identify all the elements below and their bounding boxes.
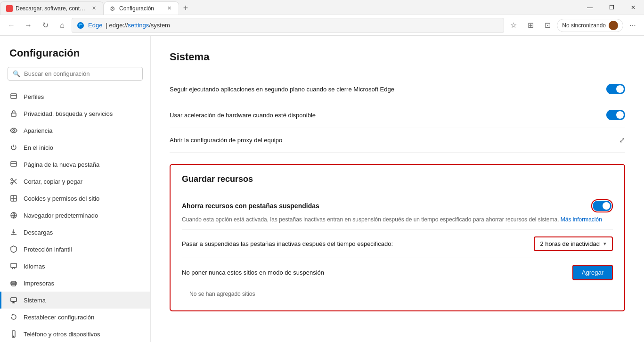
nav-actions: ☆ ⊞ ⊡ No sincronizando ··· <box>506 18 640 33</box>
svg-point-4 <box>13 130 15 131</box>
search-input[interactable] <box>24 70 138 77</box>
svg-point-0 <box>77 22 84 29</box>
privacidad-label: Privacidad, búsqueda y servicios <box>24 110 113 117</box>
globe-icon <box>9 211 18 220</box>
content-area: Sistema Seguir ejecutando aplicaciones e… <box>151 36 644 342</box>
more-info-link[interactable]: Más información <box>561 216 602 223</box>
titlebar: Descargar, software, controlado... ✕ ⚙ C… <box>0 0 644 15</box>
sistema-label: Sistema <box>24 297 46 304</box>
add-site-button[interactable]: Agregar <box>572 265 613 280</box>
sidebar-item-descargas[interactable]: Descargas <box>0 224 150 241</box>
tab2-label: Configuración <box>119 5 163 12</box>
inactive-label: Pasar a suspendidas las pestañas inactiv… <box>182 240 393 247</box>
tab-descargar[interactable]: Descargar, software, controlado... ✕ <box>0 1 104 15</box>
favorites-icon[interactable]: ☆ <box>506 18 521 33</box>
svg-point-24 <box>13 336 14 337</box>
sync-button[interactable]: No sincronizando <box>557 19 623 32</box>
maximize-button[interactable]: ❐ <box>601 0 622 15</box>
proxy-label: Abrir la configuración de proxy del equi… <box>170 137 619 144</box>
cookies-label: Cookies y permisos del sitio <box>24 195 99 202</box>
tab1-close[interactable]: ✕ <box>90 5 98 12</box>
search-box[interactable]: 🔍 <box>8 67 143 81</box>
no-suspend-row: No poner nunca estos sitios en modo de s… <box>182 258 613 287</box>
suspended-tabs-header: Ahorra recursos con pestañas suspendidas <box>182 199 613 212</box>
sidebar: Configuración 🔍 Perfiles Privacidad, bús… <box>0 36 151 342</box>
background-label: Seguir ejecutando aplicaciones en segund… <box>170 86 606 93</box>
new-tab-button[interactable]: + <box>179 1 192 15</box>
minimize-button[interactable]: — <box>579 0 601 15</box>
background-toggle[interactable] <box>606 84 625 94</box>
svg-rect-3 <box>11 113 16 116</box>
sidebar-item-inicio[interactable]: En el inicio <box>0 139 150 156</box>
hardware-toggle[interactable] <box>606 110 625 120</box>
search-icon: 🔍 <box>13 70 20 77</box>
back-button[interactable]: ← <box>4 18 19 33</box>
sidebar-item-cookies[interactable]: Cookies y permisos del sitio <box>0 190 150 207</box>
proteccion-label: Protección infantil <box>24 246 72 253</box>
no-suspend-label: No poner nunca estos sitios en modo de s… <box>182 269 324 276</box>
close-button[interactable]: ✕ <box>622 0 644 15</box>
sidebar-item-cortar[interactable]: Cortar, copiar y pegar <box>0 173 150 190</box>
suspended-tabs-toggle[interactable] <box>593 201 611 211</box>
sidebar-item-idiomas[interactable]: Idiomas <box>0 258 150 275</box>
recursos-title: Guardar recursos <box>182 174 613 184</box>
tab2-close[interactable]: ✕ <box>165 5 173 12</box>
shield-icon <box>9 245 18 253</box>
avatar <box>609 21 618 30</box>
refresh-button[interactable]: ↻ <box>38 18 53 33</box>
restablecer-label: Restablecer configuración <box>24 314 94 321</box>
address-path: settings <box>128 22 149 29</box>
tab1-label: Descargar, software, controlado... <box>16 5 87 12</box>
cortar-label: Cortar, copiar y pegar <box>24 178 82 185</box>
home-button[interactable]: ⌂ <box>55 18 70 33</box>
tab2-favicon: ⚙ <box>110 5 116 12</box>
inicio-label: En el inicio <box>24 144 53 151</box>
window-controls: — ❐ ✕ <box>579 0 644 15</box>
sync-label: No sincronizando <box>562 22 606 29</box>
forward-button[interactable]: → <box>21 18 36 33</box>
sidebar-item-privacidad[interactable]: Privacidad, búsqueda y servicios <box>0 105 150 122</box>
dropdown-value: 2 horas de inactividad <box>540 240 600 247</box>
suspended-tabs-desc: Cuando esta opción está activada, las pe… <box>182 215 613 224</box>
address-brand: Edge <box>88 22 102 29</box>
svg-rect-5 <box>11 162 16 166</box>
power-icon <box>9 143 18 152</box>
sidebar-item-proteccion[interactable]: Protección infantil <box>0 241 150 258</box>
address-bar[interactable]: Edge | edge://settings/system <box>72 18 504 33</box>
browser-icon <box>9 160 18 169</box>
sidebar-item-sistema[interactable]: Sistema <box>0 292 150 309</box>
sidebar-item-apariencia[interactable]: Apariencia <box>0 122 150 139</box>
download-icon <box>9 228 18 236</box>
person-icon <box>9 92 18 101</box>
idiomas-label: Idiomas <box>24 263 45 270</box>
chat-icon <box>9 262 18 270</box>
hardware-label: Usar aceleración de hardware cuando esté… <box>170 112 606 119</box>
tab-configuracion[interactable]: ⚙ Configuración ✕ <box>104 1 179 15</box>
no-sites-text: No se han agregado sitios <box>182 287 613 301</box>
svg-point-8 <box>11 179 13 180</box>
add-to-icon[interactable]: ⊡ <box>540 18 555 33</box>
reset-icon <box>9 313 18 321</box>
sidebar-item-telefono[interactable]: Teléfono y otros dispositivos <box>0 326 150 342</box>
descargas-label: Descargas <box>24 229 53 236</box>
sidebar-item-impresoras[interactable]: Impresoras <box>0 275 150 292</box>
sidebar-item-nueva-pestana[interactable]: Página de la nueva pestaña <box>0 156 150 173</box>
sidebar-title: Configuración <box>0 43 150 67</box>
sidebar-item-perfiles[interactable]: Perfiles <box>0 88 150 105</box>
proxy-external-link-icon[interactable]: ⤢ <box>619 136 625 145</box>
svg-rect-20 <box>11 298 16 301</box>
telefono-label: Teléfono y otros dispositivos <box>24 331 100 338</box>
read-aloud-icon[interactable]: ⊞ <box>523 18 538 33</box>
sidebar-item-navegador[interactable]: Navegador predeterminado <box>0 207 150 224</box>
proxy-setting-row: Abrir la configuración de proxy del equi… <box>170 128 625 153</box>
svg-rect-17 <box>11 263 16 268</box>
impresoras-label: Impresoras <box>24 280 54 287</box>
sidebar-item-restablecer[interactable]: Restablecer configuración <box>0 309 150 326</box>
inactivity-dropdown[interactable]: 2 horas de inactividad ▾ <box>534 236 613 251</box>
navbar: ← → ↻ ⌂ Edge | edge://settings/system ☆ … <box>0 15 644 36</box>
main-layout: Configuración 🔍 Perfiles Privacidad, bús… <box>0 36 644 342</box>
navegador-label: Navegador predeterminado <box>24 212 98 219</box>
suspended-tabs-toggle-wrapper <box>591 199 613 212</box>
more-button[interactable]: ··· <box>625 18 640 33</box>
address-text: Edge | edge://settings/system <box>88 22 499 29</box>
